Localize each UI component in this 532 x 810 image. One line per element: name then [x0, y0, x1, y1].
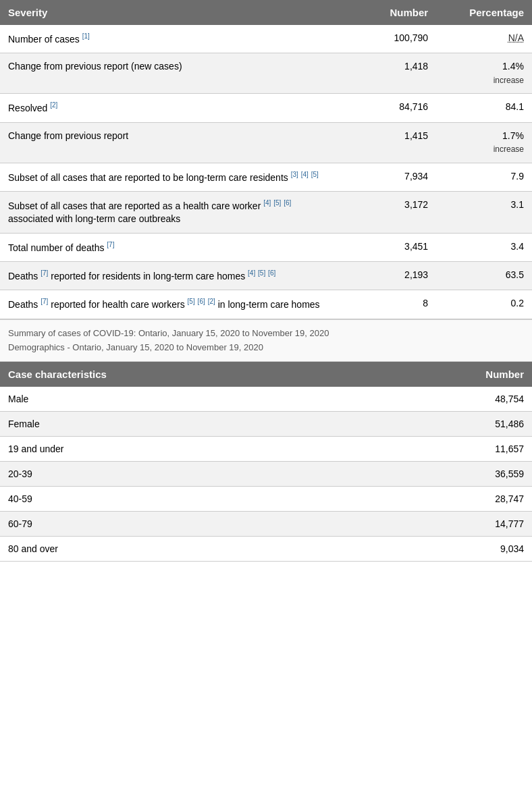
row-label: Deaths [7] reported for health care work…	[0, 290, 346, 319]
row-label: Male	[0, 387, 399, 412]
table-row: Number of cases [1] 100,790 N/A	[0, 25, 532, 53]
superscript: [1]	[82, 32, 90, 40]
table-row: Male 48,754	[0, 387, 532, 412]
row-number: 14,777	[399, 512, 532, 537]
table-row: Change from previous report 1,415 1.7%in…	[0, 122, 532, 163]
table-row: 60-79 14,777	[0, 512, 532, 537]
characteristics-table: Case characteristics Number Male 48,754 …	[0, 362, 532, 562]
row-number: 48,754	[399, 387, 532, 412]
row-number: 84,716	[346, 94, 436, 122]
row-percentage: 7.9	[436, 163, 532, 191]
row-number: 2,193	[346, 262, 436, 290]
percentage-col-header: Percentage	[436, 0, 532, 25]
table-row: 80 and over 9,034	[0, 537, 532, 562]
row-label: 40-59	[0, 487, 399, 512]
na-value: N/A	[508, 32, 524, 43]
table-row: 19 and under 11,657	[0, 437, 532, 462]
table-row: Total number of deaths [7] 3,451 3.4	[0, 233, 532, 261]
table-row: Deaths [7] reported for residents in lon…	[0, 262, 532, 290]
row-percentage: 1.7%increase	[436, 122, 532, 163]
table-row: Change from previous report (new cases) …	[0, 53, 532, 94]
row-label: 80 and over	[0, 537, 399, 562]
increase-label: increase	[494, 76, 524, 85]
row-label: Total number of deaths [7]	[0, 233, 346, 261]
row-number: 100,790	[346, 25, 436, 53]
row-percentage: 1.4%increase	[436, 53, 532, 94]
row-percentage: 3.4	[436, 233, 532, 261]
row-percentage: 84.1	[436, 94, 532, 122]
superscript: [2]	[50, 101, 57, 109]
superscript: [7]	[41, 269, 48, 277]
char-number-col-header: Number	[399, 362, 532, 387]
severity-col-header: Severity	[0, 0, 346, 25]
superscript: [5]	[188, 298, 195, 305]
increase-label: increase	[494, 144, 524, 154]
row-number: 1,418	[346, 53, 436, 94]
row-label: Subset of all cases that are reported to…	[0, 163, 346, 191]
severity-table: Severity Number Percentage Number of cas…	[0, 0, 532, 319]
table-row: 40-59 28,747	[0, 487, 532, 512]
superscript: [7]	[41, 298, 48, 305]
superscript: [6]	[284, 199, 291, 207]
row-percentage: 63.5	[436, 262, 532, 290]
table-row: Deaths [7] reported for health care work…	[0, 290, 532, 319]
row-label: Subset of all cases that are reported as…	[0, 192, 346, 234]
char-header-row: Case characteristics Number	[0, 362, 532, 387]
row-label: 19 and under	[0, 437, 399, 462]
table-row: 20-39 36,559	[0, 462, 532, 487]
char-col-header: Case characteristics	[0, 362, 399, 387]
row-number: 8	[346, 290, 436, 319]
row-percentage: 0.2	[436, 290, 532, 319]
row-number: 9,034	[399, 537, 532, 562]
table-row: Subset of all cases that are reported to…	[0, 163, 532, 191]
row-label: Female	[0, 412, 399, 437]
row-number: 3,172	[346, 192, 436, 234]
table-row: Resolved [2] 84,716 84.1	[0, 94, 532, 122]
summary-line1: Summary of cases of COVID-19: Ontario, J…	[8, 327, 524, 341]
row-number: 28,747	[399, 487, 532, 512]
row-number: 11,657	[399, 437, 532, 462]
summary-line2: Demographics - Ontario, January 15, 2020…	[8, 341, 524, 355]
superscript: [3]	[291, 171, 298, 178]
row-label: Deaths [7] reported for residents in lon…	[0, 262, 346, 290]
row-percentage: 3.1	[436, 192, 532, 234]
row-label: 20-39	[0, 462, 399, 487]
row-label: Change from previous report (new cases)	[0, 53, 346, 94]
severity-header-row: Severity Number Percentage	[0, 0, 532, 25]
superscript: [5]	[311, 171, 319, 178]
superscript: [5]	[273, 199, 281, 207]
row-number: 51,486	[399, 412, 532, 437]
summary-section: Summary of cases of COVID-19: Ontario, J…	[0, 319, 532, 362]
row-label: 60-79	[0, 512, 399, 537]
table-row: Subset of all cases that are reported as…	[0, 192, 532, 234]
superscript: [4]	[248, 269, 255, 277]
superscript: [4]	[301, 171, 309, 178]
row-number: 1,415	[346, 122, 436, 163]
superscript: [4]	[263, 199, 271, 207]
superscript: [7]	[107, 241, 114, 248]
row-number: 36,559	[399, 462, 532, 487]
superscript: [5]	[258, 269, 265, 277]
superscript: [6]	[268, 269, 275, 277]
row-percentage: N/A	[436, 25, 532, 53]
superscript: [6]	[198, 298, 205, 305]
row-label: Change from previous report	[0, 122, 346, 163]
table-row: Female 51,486	[0, 412, 532, 437]
row-label: Resolved [2]	[0, 94, 346, 122]
row-number: 3,451	[346, 233, 436, 261]
row-label: Number of cases [1]	[0, 25, 346, 53]
superscript: [2]	[208, 298, 215, 305]
number-col-header: Number	[346, 0, 436, 25]
row-number: 7,934	[346, 163, 436, 191]
